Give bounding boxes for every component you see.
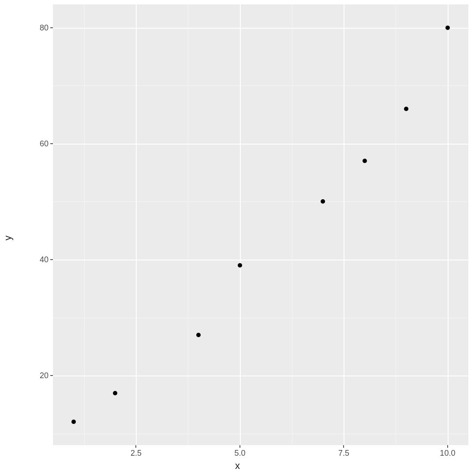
data-point (445, 26, 450, 30)
y-tick-label: 20 (40, 371, 49, 380)
plot-panel: 2.55.07.510.020406080 (53, 4, 468, 445)
scatter-chart: y x 2.55.07.510.020406080 (0, 0, 475, 476)
data-point (71, 420, 76, 424)
x-tick-label: 7.5 (338, 449, 349, 458)
x-tick-label: 5.0 (234, 449, 245, 458)
x-tick-label: 2.5 (131, 449, 142, 458)
data-point (363, 159, 367, 163)
y-axis-title: y (2, 236, 14, 241)
x-tick-mark (447, 445, 448, 448)
grid-minor-h (53, 201, 468, 202)
grid-major-h (53, 376, 468, 376)
grid-major-h (53, 144, 468, 145)
grid-major-v (344, 4, 344, 445)
y-tick-label: 60 (40, 139, 49, 148)
data-point (404, 107, 408, 111)
grid-major-v (136, 4, 137, 445)
grid-minor-h (53, 318, 468, 318)
y-tick-label: 40 (40, 255, 49, 264)
grid-major-v (448, 4, 449, 445)
data-point (113, 391, 117, 395)
y-tick-mark (50, 375, 53, 376)
grid-major-v (240, 4, 241, 445)
x-axis-title: x (235, 460, 240, 472)
x-tick-label: 10.0 (440, 449, 455, 458)
data-point (238, 263, 242, 268)
grid-minor-h (53, 434, 468, 434)
grid-major-h (53, 28, 468, 29)
grid-minor-h (53, 86, 468, 86)
x-tick-mark (239, 445, 240, 448)
y-tick-mark (50, 27, 53, 28)
y-tick-mark (50, 259, 53, 260)
x-tick-mark (135, 445, 136, 448)
data-point (196, 333, 201, 337)
x-tick-mark (343, 445, 344, 448)
grid-minor-v (188, 4, 188, 445)
y-tick-mark (50, 143, 53, 144)
grid-minor-v (292, 4, 292, 445)
data-point (321, 199, 325, 204)
grid-major-h (53, 260, 468, 260)
grid-minor-v (396, 4, 396, 445)
grid-minor-v (84, 4, 85, 445)
y-tick-label: 80 (40, 23, 49, 32)
